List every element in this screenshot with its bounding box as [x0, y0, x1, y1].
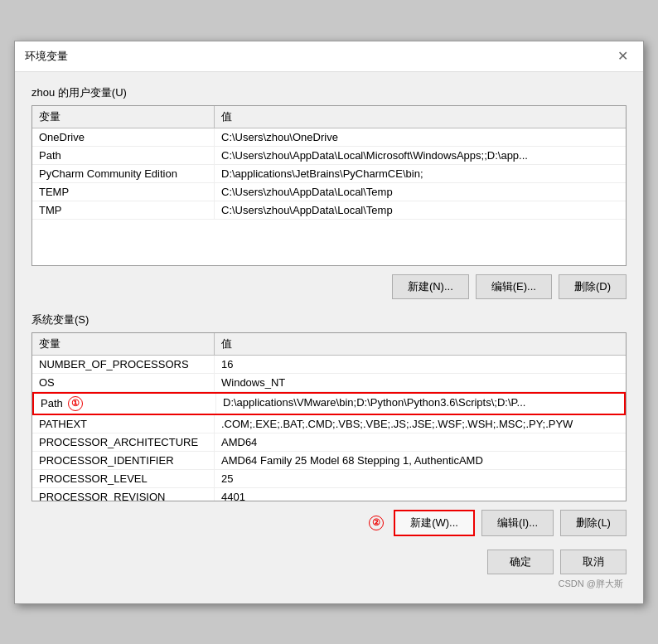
ok-cancel-row: 确定 取消 [31, 550, 627, 574]
badge-2: ② [369, 516, 384, 530]
sys-row-5-var: PROCESSOR_IDENTIFIER [32, 452, 215, 469]
sys-header-val: 值 [215, 333, 626, 355]
user-section-label: zhou 的用户变量(U) [31, 85, 627, 100]
user-header-val: 值 [215, 106, 626, 128]
sys-row-6-var: PROCESSOR_LEVEL [32, 470, 215, 487]
ok-button[interactable]: 确定 [487, 550, 554, 574]
title-bar: 环境变量 ✕ [15, 41, 643, 72]
sys-row-5-val: AMD64 Family 25 Model 68 Stepping 1, Aut… [215, 452, 626, 469]
sys-row-1-val: Windows_NT [215, 374, 626, 391]
sys-row-0-val: 16 [215, 356, 626, 373]
close-button[interactable]: ✕ [612, 48, 633, 65]
user-row-4-var: TMP [32, 201, 215, 219]
sys-delete-button[interactable]: 删除(L) [560, 510, 627, 536]
dialog-body: zhou 的用户变量(U) 变量 值 OneDrive C:\Users\zho… [15, 72, 643, 603]
sys-variables-table: 变量 值 NUMBER_OF_PROCESSORS 16 OS Windows_… [31, 332, 627, 501]
table-row[interactable]: OS Windows_NT [32, 374, 626, 392]
table-row[interactable]: PROCESSOR_IDENTIFIER AMD64 Family 25 Mod… [32, 452, 626, 470]
user-button-row: 新建(N)... 编辑(E)... 删除(D) [31, 274, 627, 299]
table-row[interactable]: PyCharm Community Edition D:\application… [32, 165, 626, 183]
system-variables-section: 系统变量(S) 变量 值 NUMBER_OF_PROCESSORS 16 OS … [31, 312, 627, 536]
sys-row-2-var: Path ① [34, 394, 216, 414]
sys-row-2-val: D:\applications\VMware\bin;D:\Python\Pyt… [216, 394, 624, 414]
dialog-title: 环境变量 [25, 49, 68, 64]
sys-row-7-var: PROCESSOR_REVISION [32, 488, 215, 501]
table-row[interactable]: TEMP C:\Users\zhou\AppData\Local\Temp [32, 183, 626, 201]
user-row-3-val: C:\Users\zhou\AppData\Local\Temp [215, 183, 626, 201]
table-row[interactable]: PROCESSOR_LEVEL 25 [32, 470, 626, 488]
sys-row-4-var: PROCESSOR_ARCHITECTURE [32, 433, 215, 451]
sys-header-var: 变量 [32, 333, 215, 355]
user-new-button[interactable]: 新建(N)... [392, 274, 469, 299]
table-row[interactable]: OneDrive C:\Users\zhou\OneDrive [32, 128, 626, 147]
environment-variables-dialog: 环境变量 ✕ zhou 的用户变量(U) 变量 值 OneDrive C:\Us… [14, 41, 644, 604]
sys-path-row[interactable]: Path ① D:\applications\VMware\bin;D:\Pyt… [32, 392, 626, 415]
user-row-2-var: PyCharm Community Edition [32, 165, 215, 182]
user-row-3-var: TEMP [32, 183, 215, 201]
table-row[interactable]: PROCESSOR_REVISION 4401 [32, 488, 626, 501]
user-row-0-var: OneDrive [32, 128, 215, 146]
table-row[interactable]: NUMBER_OF_PROCESSORS 16 [32, 356, 626, 374]
sys-row-3-var: PATHEXT [32, 415, 215, 433]
table-row[interactable]: Path C:\Users\zhou\AppData\Local\Microso… [32, 147, 626, 165]
user-table-body: OneDrive C:\Users\zhou\OneDrive Path C:\… [32, 128, 626, 265]
sys-row-0-var: NUMBER_OF_PROCESSORS [32, 356, 215, 373]
sys-row-7-val: 4401 [215, 488, 626, 501]
sys-new-button[interactable]: 新建(W)... [394, 510, 475, 536]
sys-row-1-var: OS [32, 374, 215, 391]
sys-row-3-val: .COM;.EXE;.BAT;.CMD;.VBS;.VBE;.JS;.JSE;.… [215, 415, 626, 433]
user-variables-section: zhou 的用户变量(U) 变量 值 OneDrive C:\Users\zho… [31, 85, 627, 299]
table-row[interactable]: PROCESSOR_ARCHITECTURE AMD64 [32, 433, 626, 452]
user-delete-button[interactable]: 删除(D) [559, 274, 627, 299]
sys-row-4-val: AMD64 [215, 433, 626, 451]
user-variables-table: 变量 值 OneDrive C:\Users\zhou\OneDrive Pat… [31, 105, 627, 266]
user-edit-button[interactable]: 编辑(E)... [476, 274, 552, 299]
cancel-button[interactable]: 取消 [560, 550, 627, 574]
sys-row-6-val: 25 [215, 470, 626, 487]
sys-table-body[interactable]: NUMBER_OF_PROCESSORS 16 OS Windows_NT Pa… [32, 356, 626, 501]
table-row[interactable]: TMP C:\Users\zhou\AppData\Local\Temp [32, 201, 626, 220]
sys-edit-button[interactable]: 编辑(I)... [481, 510, 554, 536]
sys-section-label: 系统变量(S) [31, 312, 627, 327]
user-row-4-val: C:\Users\zhou\AppData\Local\Temp [215, 201, 626, 219]
table-row[interactable]: PATHEXT .COM;.EXE;.BAT;.CMD;.VBS;.VBE;.J… [32, 415, 626, 433]
user-header-var: 变量 [32, 106, 215, 128]
badge-1: ① [68, 396, 83, 411]
user-row-0-val: C:\Users\zhou\OneDrive [215, 128, 626, 146]
watermark: CSDN @胖大斯 [31, 578, 627, 590]
user-row-1-val: C:\Users\zhou\AppData\Local\Microsoft\Wi… [215, 147, 626, 164]
sys-button-row: ② 新建(W)... 编辑(I)... 删除(L) [31, 510, 627, 536]
user-row-1-var: Path [32, 147, 215, 164]
sys-table-header: 变量 值 [32, 333, 626, 356]
user-row-2-val: D:\applications\JetBrains\PyCharmCE\bin; [215, 165, 626, 182]
user-table-header: 变量 值 [32, 106, 626, 128]
